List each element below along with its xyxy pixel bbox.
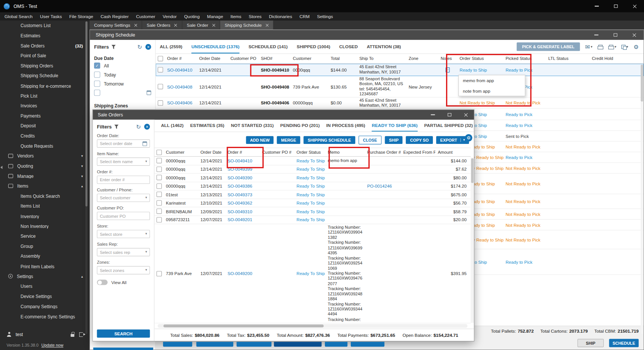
sidebar-item[interactable]: Shipping Schedule [0,71,90,81]
row-checkbox[interactable] [156,167,161,172]
column-header[interactable]: Memo [325,150,365,154]
order-link[interactable]: SO-0049200 [225,271,260,276]
status-tab[interactable]: ESTIMATES (35) [190,120,224,132]
lock-icon[interactable] [71,334,75,337]
column-header[interactable]: LTL Status [546,57,589,61]
close-button[interactable] [625,0,644,12]
action-button[interactable]: CLOSE [358,136,382,144]
export-button[interactable] [621,44,628,49]
checkbox[interactable] [94,63,100,69]
status-tab[interactable]: PARTIAL SHIPPED (32) [424,120,473,132]
restore-button[interactable] [606,0,625,12]
order-link[interactable]: SO-0049310 [225,209,260,214]
print-options-button[interactable] [609,44,617,49]
mail-button[interactable] [585,44,592,49]
calendar-icon[interactable] [147,90,151,95]
status-tab[interactable]: READY TO SHIP (636) [372,120,418,132]
status-tab[interactable]: ALL (1462) [161,120,184,132]
menu-item[interactable]: User Tasks [36,12,65,21]
table-row[interactable]: SO-0049408 12/14/2021 SHO-0049408 739 Pa… [156,76,644,98]
close-icon[interactable] [134,23,137,27]
row-checkbox[interactable] [156,271,161,276]
sidebar-item[interactable]: Group [0,241,90,251]
table-row[interactable]: SO-0049410 12/14/2021 SHO-0049410 0000qq… [156,64,644,76]
status-tab[interactable]: CLOSED [339,40,358,53]
view-all-toggle[interactable] [97,280,108,285]
column-header[interactable]: Customer [290,57,328,61]
vertical-scrollbar[interactable] [471,157,474,323]
sho-link[interactable]: SHO-0049410 [258,67,290,72]
row-checkbox[interactable] [157,67,163,72]
menu-item[interactable]: Settings [313,12,336,21]
filter-input[interactable]: Select customer [97,194,150,202]
sidebar-item[interactable]: Sale Orders (32) [0,41,90,51]
menu-item[interactable]: File Storage [65,12,97,21]
sidebar-item[interactable]: Quote Requests [0,141,90,151]
order-link[interactable]: SO-0049410 [225,158,260,163]
status-tab[interactable]: UNSCHEDULED (1376) [192,40,240,53]
order-link[interactable]: SO-0049390 [225,175,260,180]
background-search-button-fragment[interactable] [93,347,153,350]
column-header[interactable]: Customer [163,150,198,154]
column-header[interactable]: Picked Status [503,57,546,61]
close-button[interactable] [625,30,644,40]
table-row[interactable]: 0958723211 12/07/2021 SO-0049201 Ready T… [154,216,470,224]
column-header[interactable]: Purchase Order # [365,150,401,154]
print-button[interactable] [598,44,603,49]
menu-item[interactable]: Manage [203,12,227,21]
column-header[interactable]: Expected From PO [401,150,435,154]
note-icon[interactable] [446,67,450,72]
column-header[interactable]: Credit Hold [589,57,644,61]
row-checkbox[interactable] [156,158,161,163]
background-button-fragment[interactable] [237,342,272,347]
minimize-button[interactable] [425,110,441,119]
table-row[interactable]: SO-0049406 12/14/2021 SHO-0049406 00000q… [156,98,644,109]
sidebar-item[interactable]: Point of Sale [0,50,90,61]
sidebar-item[interactable]: Deposit [0,121,90,131]
restore-button[interactable] [441,110,458,119]
background-button-fragment[interactable] [196,342,233,347]
menu-item[interactable]: Dictionaries [265,12,296,21]
action-button[interactable]: ADD NEW [246,136,274,144]
table-row[interactable]: BIRENBAUM 12/09/2021 SO-0049310 Ready To… [154,207,470,216]
sidebar-item[interactable]: Estimates [0,31,90,41]
sidebar-item[interactable]: Service [0,231,90,241]
status-tab[interactable]: SCHEDULED (141) [248,40,288,53]
column-settings-button[interactable] [465,134,472,142]
menu-item[interactable]: Global Search [1,12,36,21]
filter-input[interactable]: Select item name [97,157,150,166]
sidebar-item[interactable]: Shipping for e-commerce [0,81,90,91]
sidebar-item[interactable]: Users [0,281,90,292]
background-button-fragment[interactable] [351,342,384,347]
sidebar-item[interactable]: Assembly [0,251,90,261]
row-checkbox[interactable] [156,217,161,222]
column-header[interactable]: Amount [435,150,471,154]
table-row[interactable]: 739 Park Ave 12/07/2021 SO-0049200 Ready… [154,224,470,323]
select-all-checkbox[interactable] [157,56,163,61]
minimize-button[interactable] [587,0,606,12]
row-checkbox[interactable] [156,175,161,180]
order-link[interactable]: SO-0049406 [165,100,197,105]
close-icon[interactable] [212,23,215,27]
checkbox[interactable] [94,81,100,87]
sidebar-item[interactable]: Items ▴ [0,181,90,191]
sidebar-item[interactable]: Settings ▴ [0,271,90,281]
sidebar-item[interactable]: Invoices [0,101,90,111]
pick-generate-label-button[interactable]: PICK & GENERATE LABEL [517,42,580,51]
close-button[interactable] [458,110,474,119]
column-header[interactable]: Order Status [294,150,325,154]
menu-item[interactable]: Customer [132,12,159,21]
background-button-fragment[interactable] [274,342,322,347]
column-header[interactable]: Ship To [357,57,406,61]
ship-button[interactable]: SHIP [577,339,604,347]
status-tab[interactable]: IN PROCESS (495) [326,120,365,132]
column-header[interactable]: Order Status [457,57,503,61]
action-button[interactable]: SHIPPING SCHEDULE [303,136,355,144]
status-tab[interactable]: ATTENTION (38) [367,40,401,53]
sidebar-item[interactable]: Customers List [0,21,90,31]
settings-button[interactable] [633,44,639,49]
clear-filters-icon[interactable] [145,44,151,50]
row-checkbox[interactable] [156,183,161,189]
sidebar-item[interactable]: Items Quick Search [0,191,90,201]
sidebar-item[interactable]: Payments [0,111,90,121]
